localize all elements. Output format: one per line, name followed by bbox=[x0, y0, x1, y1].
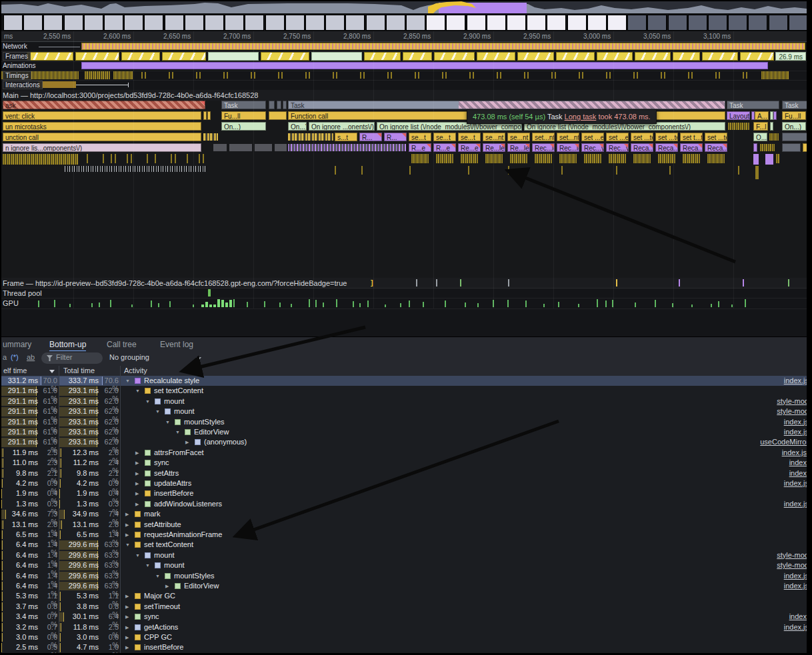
tab-ummary[interactable]: ummary bbox=[3, 337, 31, 352]
filmstrip-thumbnail[interactable] bbox=[426, 15, 445, 31]
frame-block[interactable] bbox=[261, 52, 309, 61]
set-textcontent-chip[interactable]: s...t bbox=[335, 133, 357, 141]
expand-closed-icon[interactable]: ▶ bbox=[125, 604, 129, 610]
on-ignore-bar[interactable]: On ignore ...onents\/) bbox=[309, 122, 375, 131]
animation-frame-bar[interactable]: A... bbox=[755, 111, 769, 120]
table-row[interactable]: 3.0 ms0.6 %3.0 ms0.6 %▶CPP GC bbox=[1, 632, 807, 642]
filmstrip-thumbnail[interactable] bbox=[225, 15, 244, 31]
filmstrip-thumbnail[interactable] bbox=[647, 15, 667, 31]
filmstrip-thumbnail[interactable] bbox=[708, 15, 727, 31]
expand-open-icon[interactable]: ▼ bbox=[125, 542, 130, 547]
filmstrip-thumbnail[interactable] bbox=[124, 15, 143, 31]
filmstrip-thumbnail[interactable] bbox=[527, 15, 546, 31]
activity-label[interactable]: set textContent bbox=[144, 540, 193, 548]
frame-block[interactable] bbox=[702, 52, 738, 61]
activity-label[interactable]: setAttribute bbox=[144, 520, 181, 528]
expand-closed-icon[interactable]: ▶ bbox=[135, 450, 139, 456]
filmstrip-thumbnail[interactable] bbox=[165, 15, 184, 31]
frame-block[interactable] bbox=[477, 52, 515, 61]
table-row[interactable]: 291.1 ms61.6 %293.1 ms62.0 %▼set textCon… bbox=[1, 386, 807, 396]
run-microtasks-bar[interactable]: un microtasks bbox=[3, 122, 201, 131]
table-row[interactable]: 11.9 ms2.5 %12.3 ms2.6 %▶attrsFromFaceti… bbox=[1, 448, 807, 458]
animations-track[interactable]: Animations bbox=[1, 61, 807, 71]
long-task-bar[interactable]: ask bbox=[3, 101, 205, 109]
thread-pool-track[interactable]: Thread pool bbox=[1, 288, 807, 299]
sort-descending-icon[interactable] bbox=[49, 370, 55, 373]
filmstrip-thumbnail[interactable] bbox=[285, 15, 305, 31]
table-row[interactable]: 13.1 ms2.8 %13.1 ms2.8 %▶setAttribute bbox=[1, 520, 807, 530]
col-self-time[interactable]: elf time bbox=[3, 366, 27, 374]
thread-pool-label[interactable]: Thread pool bbox=[3, 289, 42, 297]
source-link[interactable]: useCodeMirror bbox=[760, 438, 807, 446]
frame-block[interactable] bbox=[208, 52, 259, 61]
filmstrip-thumbnail[interactable] bbox=[205, 15, 224, 31]
tab-event-log[interactable]: Event log bbox=[160, 337, 193, 352]
activity-label[interactable]: CPP GC bbox=[144, 633, 172, 641]
expand-open-icon[interactable]: ▼ bbox=[145, 399, 150, 404]
source-link[interactable]: style-mod bbox=[777, 561, 807, 569]
tooltip-long-task-link[interactable]: Long task bbox=[565, 113, 597, 121]
filmstrip-thumbnail[interactable] bbox=[467, 15, 486, 31]
recalculate-style-chip[interactable]: Re...e bbox=[458, 143, 481, 152]
filmstrip-thumbnail[interactable] bbox=[406, 15, 425, 31]
table-row[interactable]: 3.2 ms0.7 %11.8 ms2.5 %▶getActionsindex.… bbox=[1, 622, 807, 632]
expand-closed-icon[interactable]: ▶ bbox=[125, 635, 129, 640]
activity-label[interactable]: insertBefore bbox=[154, 489, 193, 497]
frames-track[interactable]: Frames 26.9 ms bbox=[1, 51, 807, 62]
function-call-bar[interactable] bbox=[269, 111, 287, 120]
filmstrip-thumbnail[interactable] bbox=[587, 15, 607, 31]
source-link[interactable]: index.js bbox=[784, 582, 807, 590]
table-row[interactable]: 291.1 ms61.6 %293.1 ms62.0 %▼mountstyle-… bbox=[1, 396, 807, 406]
filmstrip-thumbnail[interactable] bbox=[84, 15, 103, 31]
match-case-icon[interactable]: a bbox=[3, 353, 7, 361]
activity-label[interactable]: EditorView bbox=[184, 582, 219, 590]
timings-track-label[interactable]: Timings bbox=[3, 71, 31, 80]
table-row[interactable]: 3.7 ms0.8 %3.8 ms0.8 %▶setTimeout bbox=[1, 602, 807, 612]
source-link[interactable]: index.js bbox=[784, 500, 807, 508]
table-row[interactable]: 5.3 ms1.1 %5.3 ms1.1 %▶Major GC bbox=[1, 591, 807, 601]
set-textcontent-chip[interactable]: se...nt bbox=[507, 133, 530, 141]
activity-label[interactable]: setAttrs bbox=[154, 469, 179, 477]
filmstrip-thumbnail[interactable] bbox=[144, 15, 163, 31]
event-frag[interactable] bbox=[207, 111, 211, 120]
expand-closed-icon[interactable]: ▶ bbox=[135, 491, 139, 496]
grouping-caret-icon[interactable] bbox=[196, 357, 201, 360]
task-bar[interactable]: Task bbox=[782, 101, 807, 109]
expand-closed-icon[interactable]: ▶ bbox=[125, 522, 129, 528]
expand-closed-icon[interactable]: ▶ bbox=[185, 440, 189, 445]
activity-label[interactable]: mark bbox=[144, 510, 160, 518]
table-row[interactable]: 3.4 ms0.7 %30.1 ms6.4 %▶syncindex. bbox=[1, 612, 807, 622]
main-thread-label[interactable]: Main — http://localhost:3000/projects/bd… bbox=[3, 91, 258, 99]
network-track-label[interactable]: Network bbox=[3, 43, 27, 50]
task-bar[interactable] bbox=[277, 101, 281, 109]
table-row[interactable]: 6.5 ms1.4 %6.5 ms1.4 %▶requestAnimationF… bbox=[1, 530, 807, 540]
activity-label[interactable]: insertBefore bbox=[144, 643, 183, 651]
set-textcontent-chip[interactable]: set...nt bbox=[532, 133, 555, 141]
on-ignore-bar[interactable]: On...) bbox=[288, 122, 307, 131]
expand-open-icon[interactable]: ▼ bbox=[155, 574, 160, 578]
gpu-track-label[interactable]: GPU bbox=[3, 299, 19, 307]
filmstrip-thumbnail[interactable] bbox=[769, 15, 788, 31]
filter-input[interactable]: Filter bbox=[41, 352, 103, 364]
recalculate-style-chip[interactable]: Rec...le bbox=[557, 143, 579, 152]
recalc-style-chip[interactable]: R... bbox=[359, 133, 382, 141]
table-row[interactable]: 291.1 ms61.6 %293.1 ms62.0 %▶(anonymous)… bbox=[1, 437, 807, 447]
table-row[interactable]: 11.0 ms2.3 %11.2 ms2.4 %▶syncindex. bbox=[1, 458, 807, 468]
source-link[interactable]: index.js bbox=[784, 479, 807, 487]
expand-closed-icon[interactable]: ▶ bbox=[125, 625, 129, 630]
activity-label[interactable]: mount bbox=[164, 561, 185, 569]
activity-label[interactable]: mountStyles bbox=[174, 572, 215, 580]
set-textcontent-chip[interactable]: set ...tent bbox=[655, 133, 678, 141]
match-whole-word-icon[interactable]: ab bbox=[27, 353, 35, 361]
table-row[interactable]: 291.1 ms61.6 %293.1 ms62.0 %▼mountStyles… bbox=[1, 417, 807, 427]
task-bar[interactable]: Task bbox=[221, 101, 266, 109]
filmstrip-track[interactable] bbox=[1, 13, 807, 31]
activity-label[interactable]: sync bbox=[154, 458, 169, 466]
activity-label[interactable]: mount bbox=[154, 551, 175, 559]
source-link[interactable]: index. bbox=[789, 458, 807, 466]
function-call-bar[interactable]: Fu...ll bbox=[782, 111, 806, 120]
filmstrip-thumbnail[interactable] bbox=[3, 15, 23, 31]
expand-closed-icon[interactable]: ▶ bbox=[135, 502, 139, 507]
expand-closed-icon[interactable]: ▶ bbox=[135, 471, 139, 476]
source-link[interactable]: style-mod bbox=[777, 407, 807, 415]
